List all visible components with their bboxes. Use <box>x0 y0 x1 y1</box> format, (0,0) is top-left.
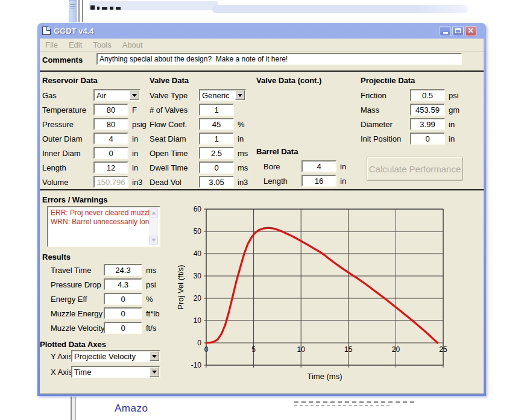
comments-input[interactable] <box>96 53 462 65</box>
x-axis-combo[interactable]: Time <box>71 366 160 378</box>
svg-text:50: 50 <box>194 227 202 236</box>
minimize-button[interactable] <box>440 26 451 36</box>
scrollbar[interactable] <box>149 208 158 245</box>
outer-diam-row: Outer Diamin <box>42 131 147 146</box>
y-axis-row: Y Axis Projectile Velocity <box>51 348 160 364</box>
svg-text:20: 20 <box>194 294 202 302</box>
muzzle-energy-input[interactable] <box>104 307 142 319</box>
y-axis-combo[interactable]: Projectile Velocity <box>71 350 160 362</box>
chevron-down-icon[interactable] <box>235 90 245 100</box>
muzzle-energy-row: Muzzle Energyft*lb <box>51 306 159 321</box>
init-position-input[interactable] <box>410 133 445 145</box>
page-edge-line <box>71 396 76 420</box>
friction-input[interactable] <box>410 89 445 101</box>
pressure-input[interactable] <box>93 118 128 130</box>
chevron-down-icon <box>151 239 156 244</box>
seat-diam-row: Seat Diamin <box>150 131 250 146</box>
svg-text:10: 10 <box>297 345 306 354</box>
length-row: Lengthin <box>42 160 147 175</box>
pressure-drop-row: Pressure Droppsi <box>51 277 159 292</box>
dead-vol-row: Dead Volin3 <box>150 175 250 189</box>
open-time-input[interactable] <box>199 147 234 159</box>
travel-time-input[interactable] <box>104 264 142 276</box>
svg-text:20: 20 <box>392 345 400 354</box>
page-text-fragment <box>90 5 121 10</box>
results-heading: Results <box>42 252 71 262</box>
valve-cont-heading: Valve Data (cont.) <box>256 76 321 85</box>
volume-input[interactable] <box>93 176 128 188</box>
scroll-down-button[interactable] <box>149 236 158 245</box>
calculate-performance-button[interactable]: Calculate Performance <box>367 157 463 181</box>
dwell-time-input[interactable] <box>199 161 234 174</box>
volume-unit: in3 <box>132 178 142 187</box>
dwell-time-row: Dwell Timems <box>150 160 250 175</box>
menu-tools[interactable]: Tools <box>87 40 116 49</box>
dead-vol-label: Dead Vol <box>150 178 199 187</box>
diameter-input[interactable] <box>410 118 445 130</box>
friction-label: Friction <box>361 91 410 100</box>
mass-row: Massgm <box>361 102 459 117</box>
friction-row: Frictionpsi <box>361 88 459 102</box>
valve-fields: Valve TypeGeneric# of ValvesFlow Coef.%S… <box>150 88 250 189</box>
travel-time-row: Travel Timems <box>51 263 159 277</box>
outer-diam-label: Outer Diam <box>42 134 93 143</box>
inner-diam-input[interactable] <box>93 147 128 159</box>
reservoir-fields: GasAirTemperatureFPressurepsigOuter Diam… <box>42 88 147 189</box>
of-valves-input[interactable] <box>199 104 234 116</box>
bore-row: Borein <box>264 159 346 174</box>
close-button[interactable]: ✕ <box>465 26 476 36</box>
seat-diam-input[interactable] <box>199 133 234 145</box>
chevron-down-icon[interactable] <box>150 351 159 361</box>
menu-about[interactable]: About <box>117 40 148 49</box>
valve-type-combo[interactable]: Generic <box>199 89 246 101</box>
muzzle-velocity-input[interactable] <box>104 322 142 334</box>
pressure-drop-input[interactable] <box>104 278 142 290</box>
svg-text:0: 0 <box>197 339 201 347</box>
temperature-input[interactable] <box>93 104 128 116</box>
outer-diam-input[interactable] <box>93 133 128 145</box>
chevron-down-icon[interactable] <box>130 90 139 100</box>
projectile-fields: FrictionpsiMassgmDiameterinInit Position… <box>361 88 459 146</box>
x-axis-label: X Axis <box>51 368 71 377</box>
length-unit: in <box>340 177 346 186</box>
maximize-button[interactable] <box>452 26 464 36</box>
valve-heading: Valve Data <box>150 76 189 85</box>
chevron-down-icon[interactable] <box>150 367 159 377</box>
menu-file[interactable]: File <box>40 40 63 49</box>
x-axis-row: X Axis Time <box>51 364 160 380</box>
app-icon <box>42 27 51 35</box>
length-input[interactable] <box>301 175 336 187</box>
menu-edit[interactable]: Edit <box>63 40 87 49</box>
errors-warnings-box[interactable]: ERR: Proj never cleared muzzle WRN: Barr… <box>47 206 160 247</box>
dead-vol-input[interactable] <box>199 176 234 188</box>
svg-text:-10: -10 <box>191 361 202 369</box>
bore-input[interactable] <box>301 160 336 172</box>
page-text-fragment <box>294 401 415 406</box>
energy-eff-input[interactable] <box>104 293 142 305</box>
flow-coef-input[interactable] <box>199 118 234 130</box>
inner-diam-unit: in <box>132 149 138 158</box>
browser-scrollbar-fragment[interactable] <box>69 0 77 22</box>
open-time-label: Open Time <box>150 149 199 158</box>
title-bar[interactable]: GGDT v4.4 ✕ <box>40 23 484 39</box>
warning-line: WRN: Barrel unnecessarily long <box>51 218 147 227</box>
gas-label: Gas <box>42 91 93 100</box>
inner-diam-row: Inner Diamin <box>42 146 147 160</box>
length-input[interactable] <box>93 161 128 174</box>
window-content: File Edit Tools About Comments Reservoir… <box>40 39 484 393</box>
projectile-heading: Projectile Data <box>361 76 415 85</box>
mass-input[interactable] <box>410 104 445 116</box>
length-label: Length <box>42 163 93 172</box>
amazon-link[interactable]: Amazo <box>115 403 148 415</box>
ggdt-window: GGDT v4.4 ✕ File Edit Tools About Commen… <box>37 23 486 396</box>
energy-eff-row: Energy Eff% <box>51 292 159 306</box>
init-position-row: Init Positionin <box>361 131 459 146</box>
of-valves-label: # of Valves <box>150 105 199 114</box>
maximize-icon <box>455 28 461 33</box>
scroll-up-button[interactable] <box>149 208 158 218</box>
velocity-time-chart: -1001020304050600510152025Time (ms)Proj … <box>175 205 462 386</box>
dead-vol-unit: in3 <box>238 178 248 187</box>
gas-row: GasAir <box>42 88 147 102</box>
volume-row: Volumein3 <box>42 175 147 189</box>
gas-combo[interactable]: Air <box>93 89 140 101</box>
